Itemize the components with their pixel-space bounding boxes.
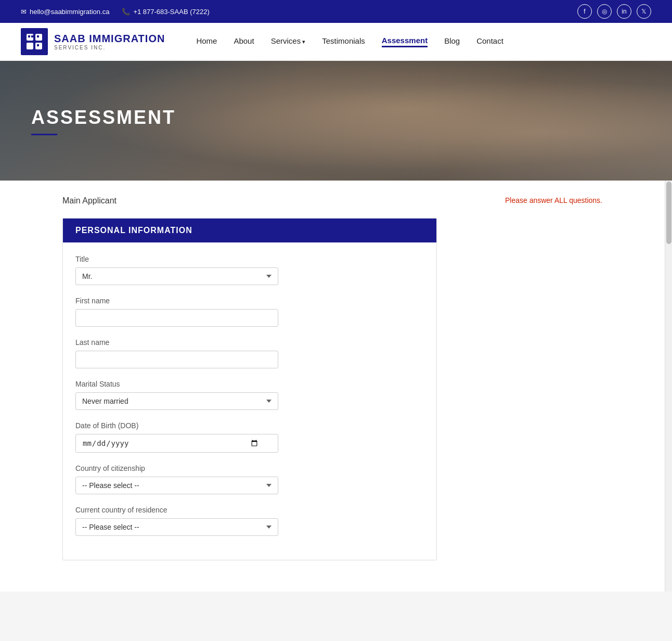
citizenship-group: Country of citizenship -- Please select … bbox=[75, 464, 424, 494]
email-icon: ✉ bbox=[21, 8, 27, 16]
logo-icon bbox=[21, 28, 48, 55]
first-name-group: First name bbox=[75, 297, 424, 327]
citizenship-select[interactable]: -- Please select -- Canada United States… bbox=[75, 477, 278, 494]
brand-sub: SERVICES INC. bbox=[54, 45, 165, 50]
first-name-input[interactable] bbox=[75, 309, 278, 327]
nav-home[interactable]: Home bbox=[196, 36, 217, 47]
hero-content: ASSESSMENT bbox=[31, 107, 176, 135]
dob-wrapper bbox=[75, 434, 278, 453]
residence-label: Current country of residence bbox=[75, 506, 424, 514]
social-links: f ◎ in 𝕏 bbox=[577, 4, 651, 19]
main-nav: Home About Services Testimonials Assessm… bbox=[196, 36, 503, 47]
phone-contact: 📞 +1 877-683-SAAB (7222) bbox=[122, 8, 209, 16]
svg-rect-4 bbox=[28, 35, 30, 37]
scrollbar-thumb[interactable] bbox=[666, 182, 671, 244]
header: SAAB IMMIGRATION SERVICES INC. Home Abou… bbox=[0, 23, 672, 61]
svg-rect-5 bbox=[31, 35, 33, 37]
form-header: Main Applicant Please answer ALL questio… bbox=[62, 196, 602, 206]
email-address: hello@saabimmigration.ca bbox=[30, 8, 109, 16]
title-select[interactable]: Mr. Mrs. Ms. Dr. Prof. bbox=[75, 267, 278, 285]
nav-testimonials[interactable]: Testimonials bbox=[322, 36, 365, 47]
first-name-label: First name bbox=[75, 297, 424, 305]
linkedin-icon[interactable]: in bbox=[617, 4, 631, 19]
nav-about[interactable]: About bbox=[234, 36, 254, 47]
hero-title: ASSESSMENT bbox=[31, 107, 176, 129]
logo-area: SAAB IMMIGRATION SERVICES INC. bbox=[21, 28, 165, 55]
top-bar-contacts: ✉ hello@saabimmigration.ca 📞 +1 877-683-… bbox=[21, 8, 210, 16]
scroll-area: Main Applicant Please answer ALL questio… bbox=[0, 181, 665, 592]
last-name-label: Last name bbox=[75, 338, 424, 347]
main-content: Main Applicant Please answer ALL questio… bbox=[0, 181, 665, 592]
residence-select[interactable]: -- Please select -- Canada United States… bbox=[75, 518, 278, 536]
phone-icon: 📞 bbox=[122, 8, 130, 16]
section-header: PERSONAL INFORMATION bbox=[63, 219, 436, 242]
marital-status-label: Marital Status bbox=[75, 380, 424, 388]
svg-rect-7 bbox=[37, 44, 39, 46]
hero-underline bbox=[31, 134, 57, 135]
brand-name: SAAB IMMIGRATION bbox=[54, 33, 165, 45]
phone-number: +1 877-683-SAAB (7222) bbox=[133, 8, 209, 16]
form-body: Title Mr. Mrs. Ms. Dr. Prof. First name bbox=[63, 242, 436, 560]
form-container: PERSONAL INFORMATION Title Mr. Mrs. Ms. … bbox=[62, 218, 437, 560]
nav-services[interactable]: Services bbox=[271, 36, 306, 47]
nav-contact[interactable]: Contact bbox=[476, 36, 503, 47]
marital-status-select[interactable]: Never married Married Common-law Divorce… bbox=[75, 392, 278, 410]
title-label: Title bbox=[75, 255, 424, 263]
residence-group: Current country of residence -- Please s… bbox=[75, 506, 424, 536]
hero-banner: ASSESSMENT bbox=[0, 61, 672, 181]
nav-assessment[interactable]: Assessment bbox=[382, 36, 428, 47]
last-name-group: Last name bbox=[75, 338, 424, 368]
title-group: Title Mr. Mrs. Ms. Dr. Prof. bbox=[75, 255, 424, 285]
instagram-icon[interactable]: ◎ bbox=[597, 4, 612, 19]
citizenship-label: Country of citizenship bbox=[75, 464, 424, 472]
page-content: Main Applicant Please answer ALL questio… bbox=[0, 181, 672, 592]
main-applicant-label: Main Applicant bbox=[62, 196, 117, 206]
top-bar: ✉ hello@saabimmigration.ca 📞 +1 877-683-… bbox=[0, 0, 672, 23]
dob-label: Date of Birth (DOB) bbox=[75, 421, 424, 430]
twitter-icon[interactable]: 𝕏 bbox=[637, 4, 651, 19]
answer-all-text: Please answer ALL questions. bbox=[505, 196, 602, 204]
svg-rect-6 bbox=[37, 35, 39, 37]
facebook-icon[interactable]: f bbox=[577, 4, 592, 19]
scrollbar-track[interactable] bbox=[665, 181, 672, 592]
dob-input[interactable] bbox=[75, 434, 278, 453]
email-contact: ✉ hello@saabimmigration.ca bbox=[21, 8, 109, 16]
last-name-input[interactable] bbox=[75, 351, 278, 368]
logo-text: SAAB IMMIGRATION SERVICES INC. bbox=[54, 33, 165, 50]
nav-blog[interactable]: Blog bbox=[444, 36, 460, 47]
marital-status-group: Marital Status Never married Married Com… bbox=[75, 380, 424, 410]
dob-group: Date of Birth (DOB) bbox=[75, 421, 424, 453]
svg-rect-2 bbox=[27, 43, 33, 49]
